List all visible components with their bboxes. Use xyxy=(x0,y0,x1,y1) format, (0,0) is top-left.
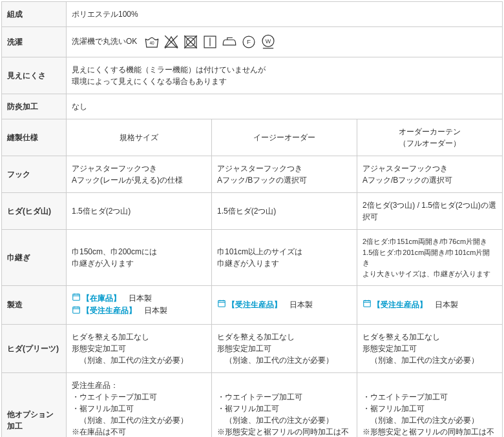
mfg-jp-4: 日本製 xyxy=(435,300,458,309)
pleat-mount-col1: 1.5倍ヒダ(2つ山) xyxy=(67,193,212,230)
wash-40-icon: 40 xyxy=(143,34,160,50)
opt-c1-l4: （別途、加工代の注文が必要） xyxy=(72,416,188,425)
pf-c1-l2: 形態安定加工可 xyxy=(72,344,126,353)
wj-c1-l2: 巾継ぎが入ります xyxy=(72,259,134,268)
opt-c2-l1: ・ウエイトテープ加工可 xyxy=(217,392,302,401)
opt-c2-l2: ・裾フリル加工可 xyxy=(217,404,279,413)
pleat-mount-col2: 1.5倍ヒダ(2つ山) xyxy=(212,193,357,230)
stock-link[interactable]: 【在庫品】 xyxy=(82,294,121,303)
col-header-easy: イージーオーダー xyxy=(212,119,357,156)
pf-c2-l2: 形態安定加工可 xyxy=(217,344,271,353)
calendar-icon xyxy=(72,292,81,305)
svg-rect-26 xyxy=(364,301,371,307)
opt-c3-l4: ※形態安定と裾フリルの同時加工は不可 xyxy=(362,427,494,437)
value-composition: ポリエステル100% xyxy=(67,2,503,27)
row-manufacture: 製造 【在庫品】 日本製 【受注生産品】 日本製 【受注生産品】 日本製 【受注… xyxy=(2,286,503,325)
col3-header-l1: オーダーカーテン xyxy=(399,127,461,136)
hook-col1: アジャスターフックつき Aフック(レールが見える)の仕様 xyxy=(67,156,212,193)
pf-c1-l3: （別途、加工代の注文が必要） xyxy=(72,356,188,365)
pf-c2-l3: （別途、加工代の注文が必要） xyxy=(217,356,333,365)
width-join-col1: 巾150cm、巾200cmには 巾継ぎが入ります xyxy=(67,230,212,286)
label-width-join: 巾継ぎ xyxy=(2,230,67,286)
label-options: 他オプション加工 xyxy=(2,372,67,437)
label-pleat-finish: ヒダ(プリーツ) xyxy=(2,324,67,372)
row-options: 他オプション加工 受注生産品： ・ウエイトテープ加工可 ・裾フリル加工可 （別途… xyxy=(2,372,503,437)
opt-c3-l1: ・ウエイトテープ加工可 xyxy=(362,392,448,401)
value-washing: 洗濯機で丸洗いOK 40 F W xyxy=(67,27,503,57)
dry-hang-icon xyxy=(202,34,218,50)
width-join-col2: 巾101cm以上のサイズは 巾継ぎが入ります xyxy=(212,230,357,286)
mto-link-3[interactable]: 【受注生産品】 xyxy=(373,300,427,309)
mto-link-2[interactable]: 【受注生産品】 xyxy=(227,300,282,309)
dryclean-f-icon: F xyxy=(240,34,257,50)
wj-c2-l2: 巾継ぎが入ります xyxy=(217,259,279,268)
value-visibility: 見えにくくする機能（ミラー機能）は付けていませんが 環境によって見えにくくなる場… xyxy=(67,57,503,94)
opt-col2: ・ウエイトテープ加工可 ・裾フリル加工可 （別途、加工代の注文が必要） ※形態安… xyxy=(212,372,357,437)
wj-c3-l1: 2倍ヒダ:巾151cm両開き/巾76cm片開き xyxy=(362,238,487,245)
svg-text:F: F xyxy=(247,38,251,45)
label-flame: 防炎加工 xyxy=(2,94,67,119)
calendar-icon xyxy=(217,299,226,311)
row-pleat-mount: ヒダ(ヒダ山) 1.5倍ヒダ(2つ山) 1.5倍ヒダ(2つ山) 2倍ヒダ(3つ山… xyxy=(2,193,503,230)
pf-c3-l2: 形態安定加工可 xyxy=(362,344,417,353)
visibility-line2: 環境によって見えにくくなる場合もあります xyxy=(72,77,227,86)
opt-c2-l3: （別途、加工代の注文が必要） xyxy=(217,416,333,425)
label-washing: 洗濯 xyxy=(2,27,67,57)
row-pleat-finish: ヒダ(プリーツ) ヒダを整える加工なし 形態安定加工可 （別途、加工代の注文が必… xyxy=(2,324,503,372)
spec-table: 組成 ポリエステル100% 洗濯 洗濯機で丸洗いOK 40 F W 見えにくさ … xyxy=(1,1,503,437)
svg-text:40: 40 xyxy=(149,41,154,45)
mfg-col3: 【受注生産品】 日本製 xyxy=(357,286,503,325)
wetclean-w-icon: W xyxy=(260,34,277,50)
row-spec-header: 縫製仕様 規格サイズ イージーオーダー オーダーカーテン （フルオーダー） xyxy=(2,119,503,156)
width-join-col3: 2倍ヒダ:巾151cm両開き/巾76cm片開き 1.5倍ヒダ:巾201cm両開き… xyxy=(357,230,503,286)
wj-c3-l2: 1.5倍ヒダ:巾201cm両開き/巾101cm片開き xyxy=(362,249,490,267)
row-visibility: 見えにくさ 見えにくくする機能（ミラー機能）は付けていませんが 環境によって見え… xyxy=(2,57,503,94)
no-tumble-dry-icon xyxy=(182,34,199,50)
hook-col2: アジャスターフックつき Aフック/Bフックの選択可 xyxy=(212,156,357,193)
no-bleach-icon xyxy=(163,34,180,50)
calendar-icon xyxy=(72,305,81,318)
svg-rect-22 xyxy=(218,301,226,307)
iron-icon xyxy=(221,34,238,50)
calendar-icon xyxy=(362,299,372,311)
pf-c2-l1: ヒダを整える加工なし xyxy=(217,332,295,341)
hook-col1-l1: アジャスターフックつき xyxy=(72,164,157,173)
washing-text: 洗濯機で丸洗いOK xyxy=(72,37,137,46)
opt-c1-l3: ・裾フリル加工可 xyxy=(72,404,134,413)
mfg-col1: 【在庫品】 日本製 【受注生産品】 日本製 xyxy=(67,286,212,325)
opt-c3-l3: （別途、加工代の注文が必要） xyxy=(362,416,479,425)
pleat-mount-col3: 2倍ヒダ(3つ山) / 1.5倍ヒダ(2つ山)の選択可 xyxy=(357,193,503,230)
pf-c1-l1: ヒダを整える加工なし xyxy=(72,332,149,341)
value-flame: なし xyxy=(67,94,503,119)
row-washing: 洗濯 洗濯機で丸洗いOK 40 F W xyxy=(2,27,503,57)
row-composition: 組成 ポリエステル100% xyxy=(2,2,503,27)
mfg-jp-1: 日本製 xyxy=(129,294,152,303)
row-flame: 防炎加工 なし xyxy=(2,94,503,119)
hook-col2-l1: アジャスターフックつき xyxy=(217,164,302,173)
mto-link-1[interactable]: 【受注生産品】 xyxy=(82,306,136,315)
label-spec: 縫製仕様 xyxy=(2,119,67,156)
svg-text:W: W xyxy=(265,38,271,45)
mfg-col2: 【受注生産品】 日本製 xyxy=(212,286,357,325)
col-header-standard: 規格サイズ xyxy=(67,119,212,156)
opt-c1-l5: ※在庫品は不可 xyxy=(72,427,126,436)
pf-col2: ヒダを整える加工なし 形態安定加工可 （別途、加工代の注文が必要） xyxy=(212,324,357,372)
opt-c3-l2: ・裾フリル加工可 xyxy=(362,404,425,413)
hook-col3-l1: アジャスターフックつき xyxy=(362,164,448,173)
hook-col3-l2: Aフック/Bフックの選択可 xyxy=(362,176,452,185)
mfg-jp-2: 日本製 xyxy=(144,306,167,315)
pf-col3: ヒダを整える加工なし 形態安定加工可 （別途、加工代の注文が必要） xyxy=(357,324,503,372)
wj-c2-l1: 巾101cm以上のサイズは xyxy=(217,247,302,256)
opt-c2-l4: ※形態安定と裾フリルの同時加工は不可 xyxy=(217,427,349,437)
opt-col1: 受注生産品： ・ウエイトテープ加工可 ・裾フリル加工可 （別途、加工代の注文が必… xyxy=(67,372,212,437)
wj-c1-l1: 巾150cm、巾200cmには xyxy=(72,247,157,256)
label-visibility: 見えにくさ xyxy=(2,57,67,94)
mfg-jp-3: 日本製 xyxy=(289,300,313,309)
pf-col1: ヒダを整える加工なし 形態安定加工可 （別途、加工代の注文が必要） xyxy=(67,324,212,372)
row-hook: フック アジャスターフックつき Aフック(レールが見える)の仕様 アジャスターフ… xyxy=(2,156,503,193)
label-composition: 組成 xyxy=(2,2,67,27)
pf-c3-l3: （別途、加工代の注文が必要） xyxy=(362,356,479,365)
wj-c3-l3: より大きいサイズは、巾継ぎが入ります xyxy=(362,270,490,278)
label-hook: フック xyxy=(2,156,67,193)
pf-c3-l1: ヒダを整える加工なし xyxy=(362,332,440,341)
